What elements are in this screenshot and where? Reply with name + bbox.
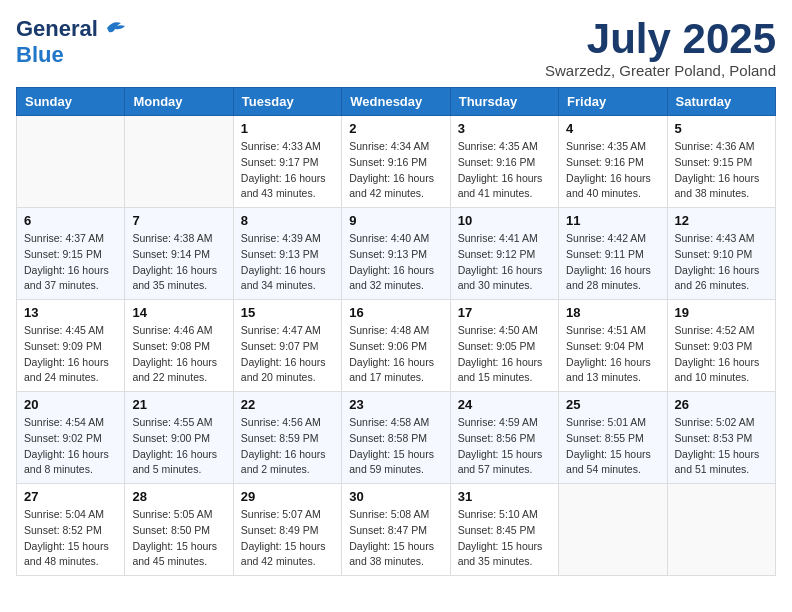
day-info: Sunrise: 5:02 AM Sunset: 8:53 PM Dayligh… [675,415,768,478]
day-number: 2 [349,121,442,136]
calendar-week-row: 13Sunrise: 4:45 AM Sunset: 9:09 PM Dayli… [17,300,776,392]
day-number: 24 [458,397,551,412]
day-number: 19 [675,305,768,320]
month-title: July 2025 [545,16,776,62]
day-info: Sunrise: 5:10 AM Sunset: 8:45 PM Dayligh… [458,507,551,570]
day-number: 9 [349,213,442,228]
calendar-cell: 18Sunrise: 4:51 AM Sunset: 9:04 PM Dayli… [559,300,667,392]
day-info: Sunrise: 5:01 AM Sunset: 8:55 PM Dayligh… [566,415,659,478]
day-number: 10 [458,213,551,228]
calendar-week-row: 27Sunrise: 5:04 AM Sunset: 8:52 PM Dayli… [17,484,776,576]
calendar-cell: 31Sunrise: 5:10 AM Sunset: 8:45 PM Dayli… [450,484,558,576]
calendar-cell: 22Sunrise: 4:56 AM Sunset: 8:59 PM Dayli… [233,392,341,484]
day-number: 17 [458,305,551,320]
calendar-week-row: 6Sunrise: 4:37 AM Sunset: 9:15 PM Daylig… [17,208,776,300]
day-number: 25 [566,397,659,412]
day-number: 31 [458,489,551,504]
day-number: 23 [349,397,442,412]
calendar-cell [559,484,667,576]
calendar-cell: 12Sunrise: 4:43 AM Sunset: 9:10 PM Dayli… [667,208,775,300]
day-info: Sunrise: 4:45 AM Sunset: 9:09 PM Dayligh… [24,323,117,386]
day-info: Sunrise: 4:35 AM Sunset: 9:16 PM Dayligh… [458,139,551,202]
day-info: Sunrise: 4:46 AM Sunset: 9:08 PM Dayligh… [132,323,225,386]
day-number: 16 [349,305,442,320]
day-number: 5 [675,121,768,136]
day-number: 11 [566,213,659,228]
day-info: Sunrise: 4:55 AM Sunset: 9:00 PM Dayligh… [132,415,225,478]
location-subtitle: Swarzedz, Greater Poland, Poland [545,62,776,79]
day-number: 29 [241,489,334,504]
calendar-cell: 28Sunrise: 5:05 AM Sunset: 8:50 PM Dayli… [125,484,233,576]
day-number: 6 [24,213,117,228]
calendar-cell: 7Sunrise: 4:38 AM Sunset: 9:14 PM Daylig… [125,208,233,300]
day-info: Sunrise: 4:40 AM Sunset: 9:13 PM Dayligh… [349,231,442,294]
day-info: Sunrise: 5:05 AM Sunset: 8:50 PM Dayligh… [132,507,225,570]
day-header-sunday: Sunday [17,88,125,116]
day-number: 20 [24,397,117,412]
day-info: Sunrise: 4:47 AM Sunset: 9:07 PM Dayligh… [241,323,334,386]
day-number: 30 [349,489,442,504]
calendar-cell: 8Sunrise: 4:39 AM Sunset: 9:13 PM Daylig… [233,208,341,300]
day-number: 12 [675,213,768,228]
calendar-cell: 23Sunrise: 4:58 AM Sunset: 8:58 PM Dayli… [342,392,450,484]
calendar-week-row: 1Sunrise: 4:33 AM Sunset: 9:17 PM Daylig… [17,116,776,208]
logo-bird-icon [99,18,129,40]
day-info: Sunrise: 4:52 AM Sunset: 9:03 PM Dayligh… [675,323,768,386]
calendar-cell: 17Sunrise: 4:50 AM Sunset: 9:05 PM Dayli… [450,300,558,392]
day-info: Sunrise: 4:42 AM Sunset: 9:11 PM Dayligh… [566,231,659,294]
day-number: 27 [24,489,117,504]
calendar-cell: 25Sunrise: 5:01 AM Sunset: 8:55 PM Dayli… [559,392,667,484]
page-header: General Blue July 2025 Swarzedz, Greater… [16,16,776,79]
day-info: Sunrise: 4:59 AM Sunset: 8:56 PM Dayligh… [458,415,551,478]
calendar-cell: 19Sunrise: 4:52 AM Sunset: 9:03 PM Dayli… [667,300,775,392]
day-number: 8 [241,213,334,228]
calendar-cell: 14Sunrise: 4:46 AM Sunset: 9:08 PM Dayli… [125,300,233,392]
day-header-thursday: Thursday [450,88,558,116]
day-info: Sunrise: 4:34 AM Sunset: 9:16 PM Dayligh… [349,139,442,202]
calendar-cell: 24Sunrise: 4:59 AM Sunset: 8:56 PM Dayli… [450,392,558,484]
calendar-cell: 20Sunrise: 4:54 AM Sunset: 9:02 PM Dayli… [17,392,125,484]
day-header-monday: Monday [125,88,233,116]
calendar-cell: 15Sunrise: 4:47 AM Sunset: 9:07 PM Dayli… [233,300,341,392]
day-info: Sunrise: 4:50 AM Sunset: 9:05 PM Dayligh… [458,323,551,386]
calendar-cell: 10Sunrise: 4:41 AM Sunset: 9:12 PM Dayli… [450,208,558,300]
day-number: 4 [566,121,659,136]
calendar-cell: 27Sunrise: 5:04 AM Sunset: 8:52 PM Dayli… [17,484,125,576]
day-number: 3 [458,121,551,136]
calendar-cell: 30Sunrise: 5:08 AM Sunset: 8:47 PM Dayli… [342,484,450,576]
day-header-friday: Friday [559,88,667,116]
calendar-week-row: 20Sunrise: 4:54 AM Sunset: 9:02 PM Dayli… [17,392,776,484]
day-number: 18 [566,305,659,320]
day-header-wednesday: Wednesday [342,88,450,116]
day-info: Sunrise: 4:56 AM Sunset: 8:59 PM Dayligh… [241,415,334,478]
day-info: Sunrise: 5:08 AM Sunset: 8:47 PM Dayligh… [349,507,442,570]
logo: General Blue [16,16,130,68]
day-info: Sunrise: 4:39 AM Sunset: 9:13 PM Dayligh… [241,231,334,294]
day-info: Sunrise: 4:36 AM Sunset: 9:15 PM Dayligh… [675,139,768,202]
calendar-cell: 21Sunrise: 4:55 AM Sunset: 9:00 PM Dayli… [125,392,233,484]
calendar-header-row: SundayMondayTuesdayWednesdayThursdayFrid… [17,88,776,116]
calendar-cell: 4Sunrise: 4:35 AM Sunset: 9:16 PM Daylig… [559,116,667,208]
day-info: Sunrise: 4:51 AM Sunset: 9:04 PM Dayligh… [566,323,659,386]
calendar-cell: 29Sunrise: 5:07 AM Sunset: 8:49 PM Dayli… [233,484,341,576]
calendar-cell: 2Sunrise: 4:34 AM Sunset: 9:16 PM Daylig… [342,116,450,208]
day-info: Sunrise: 4:33 AM Sunset: 9:17 PM Dayligh… [241,139,334,202]
calendar-cell: 26Sunrise: 5:02 AM Sunset: 8:53 PM Dayli… [667,392,775,484]
logo-general-text: General [16,16,98,42]
calendar-cell: 1Sunrise: 4:33 AM Sunset: 9:17 PM Daylig… [233,116,341,208]
calendar-table: SundayMondayTuesdayWednesdayThursdayFrid… [16,87,776,576]
day-number: 26 [675,397,768,412]
day-header-tuesday: Tuesday [233,88,341,116]
calendar-cell: 6Sunrise: 4:37 AM Sunset: 9:15 PM Daylig… [17,208,125,300]
calendar-cell [125,116,233,208]
day-number: 21 [132,397,225,412]
day-number: 28 [132,489,225,504]
day-number: 7 [132,213,225,228]
day-number: 22 [241,397,334,412]
day-info: Sunrise: 4:38 AM Sunset: 9:14 PM Dayligh… [132,231,225,294]
calendar-cell: 3Sunrise: 4:35 AM Sunset: 9:16 PM Daylig… [450,116,558,208]
day-number: 15 [241,305,334,320]
day-number: 14 [132,305,225,320]
logo-blue-text: Blue [16,42,64,67]
calendar-cell: 9Sunrise: 4:40 AM Sunset: 9:13 PM Daylig… [342,208,450,300]
